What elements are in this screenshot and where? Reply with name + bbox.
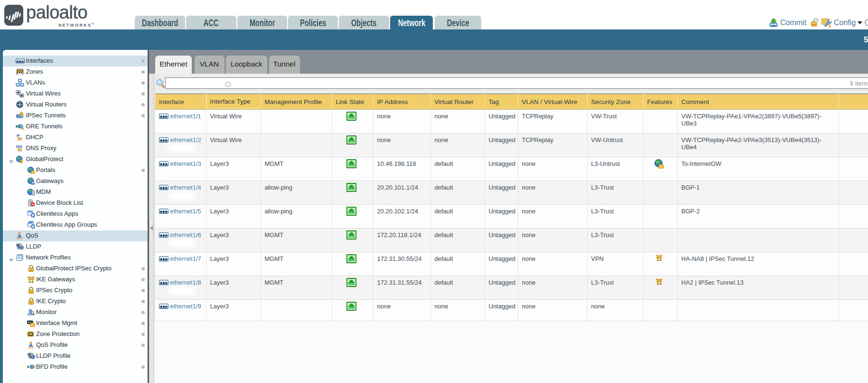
svg-text:QoS: QoS	[17, 237, 23, 239]
svg-text:IP: IP	[17, 134, 20, 138]
svg-text:QoS: QoS	[28, 346, 34, 349]
svg-text:DNS: DNS	[16, 144, 23, 148]
